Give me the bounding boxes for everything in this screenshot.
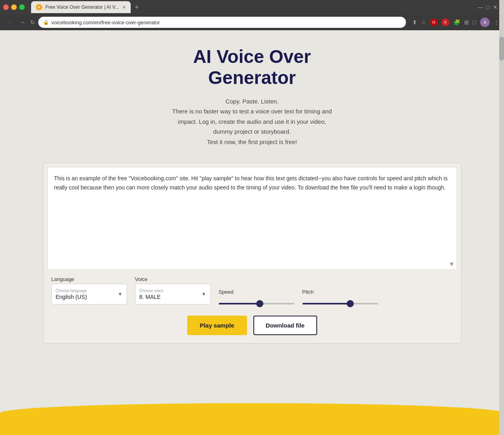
tab-bar: ● Free Voice Over Generator | AI V... ✕ …	[31, 1, 475, 13]
window-controls	[3, 4, 25, 10]
window-close-button[interactable]	[3, 4, 9, 10]
voice-label: Voice	[135, 276, 211, 282]
page-wrapper: ● Free Voice Over Generator | AI V... ✕ …	[0, 0, 504, 435]
forward-button[interactable]: →	[18, 17, 27, 27]
puzzle-icon[interactable]: 🧩	[453, 19, 460, 25]
browser-chrome: ● Free Voice Over Generator | AI V... ✕ …	[0, 0, 504, 30]
active-tab[interactable]: ● Free Voice Over Generator | AI V... ✕	[31, 1, 131, 13]
voice-control-group: Voice Choose voice 8. MALE ▼	[135, 276, 211, 304]
extensions-badge[interactable]: 8	[441, 18, 449, 26]
sidebar-icon[interactable]: ⊞	[464, 19, 469, 25]
refresh-button[interactable]: ↻	[30, 19, 35, 25]
speed-slider[interactable]	[219, 303, 294, 304]
menu-button[interactable]: ⋮	[494, 19, 499, 25]
language-sublabel: Choose language	[56, 289, 114, 293]
user-avatar[interactable]: A	[480, 18, 490, 27]
scrollbar-thumb[interactable]	[499, 37, 504, 60]
play-sample-button[interactable]: Play sample	[187, 316, 247, 335]
speed-label: Speed	[219, 289, 294, 295]
tab-close-button[interactable]: ✕	[122, 5, 126, 10]
new-tab-button[interactable]: +	[132, 3, 141, 12]
pitch-label: Pitch	[302, 289, 378, 295]
share-icon[interactable]: ⬆	[412, 19, 417, 25]
close-icon[interactable]: ✕	[493, 4, 498, 10]
back-button[interactable]: ←	[5, 17, 14, 27]
page-title: AI Voice Over Generator	[8, 46, 496, 88]
download-file-button[interactable]: Download file	[253, 316, 317, 335]
security-lock-icon: 🔒	[43, 20, 49, 25]
page-content: AI Voice Over Generator Copy. Paste. Lis…	[0, 30, 504, 412]
language-value: English (US)	[56, 294, 114, 300]
footer-yellow-bar	[0, 403, 504, 435]
window-maximize-button[interactable]	[19, 4, 25, 10]
buttons-row: Play sample Download file	[47, 316, 457, 335]
hero-section: AI Voice Over Generator Copy. Paste. Lis…	[8, 46, 496, 147]
extension-icon-red[interactable]: H	[430, 19, 437, 26]
tab-title: Free Voice Over Generator | AI V...	[45, 4, 119, 10]
voice-value: 8. MALE	[139, 294, 198, 300]
window-minimize-button[interactable]	[11, 4, 17, 10]
scroll-down-icon: ▼	[449, 261, 455, 268]
tab-favicon-icon: ●	[36, 4, 42, 10]
tool-container: ▼ Language Choose language English (US) …	[43, 163, 461, 343]
text-area-wrapper: ▼	[47, 167, 457, 270]
controls-row: Language Choose language English (US) ▼ …	[47, 276, 457, 304]
minimize-icon[interactable]: —	[478, 4, 483, 10]
language-control-group: Language Choose language English (US) ▼	[51, 276, 127, 304]
voice-sublabel: Choose voice	[139, 289, 198, 293]
speed-control-group: Speed	[219, 289, 294, 304]
browser-actions: ⬆ ☆ H 8 🧩 ⊞ □ A ⋮	[412, 18, 499, 27]
voice-select[interactable]: Choose voice 8. MALE ▼	[135, 284, 211, 304]
hero-subtitle: Copy. Paste. Listen. There is no faster …	[8, 96, 496, 147]
browser-titlebar: ● Free Voice Over Generator | AI V... ✕ …	[0, 0, 504, 14]
screen-icon[interactable]: □	[473, 19, 476, 25]
language-chevron-icon: ▼	[118, 291, 123, 297]
address-bar[interactable]: 🔒 voicebooking.com/en/free-voice-over-ge…	[38, 17, 406, 28]
browser-controls: ← → ↻ 🔒 voicebooking.com/en/free-voice-o…	[0, 14, 504, 30]
restore-icon[interactable]: □	[486, 4, 490, 10]
url-display: voicebooking.com/en/free-voice-over-gene…	[51, 20, 160, 25]
pitch-slider[interactable]	[302, 303, 378, 304]
voiceover-text-input[interactable]	[54, 174, 450, 261]
voice-chevron-icon: ▼	[202, 291, 206, 297]
pitch-control-group: Pitch	[302, 289, 378, 304]
language-select[interactable]: Choose language English (US) ▼	[51, 284, 127, 304]
bookmark-icon[interactable]: ☆	[421, 19, 426, 25]
language-label: Language	[51, 276, 127, 282]
page-scrollbar[interactable]	[499, 0, 504, 435]
